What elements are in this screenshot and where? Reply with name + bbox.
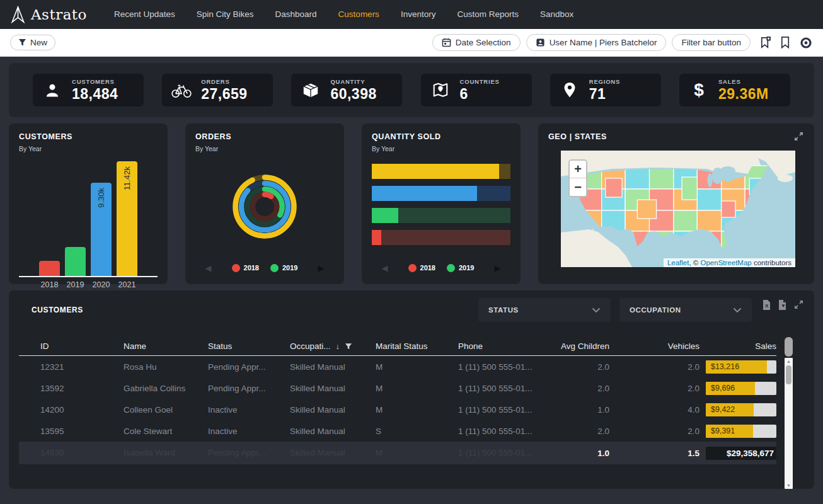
brand-name: Astrato (31, 6, 87, 23)
cell-occupation: Skilled Manual (290, 362, 376, 372)
nav-item-sandbox[interactable]: Sandbox (529, 0, 584, 29)
legend-prev-button[interactable]: ◀ (205, 264, 212, 272)
cell-marital: M (376, 362, 458, 372)
date-selection-button[interactable]: Date Selection (432, 34, 521, 51)
cell-avg-children: 2.0 (546, 427, 609, 436)
legend-dot (232, 264, 240, 272)
table-totals-row: 14930Isabella WardPending Appr...Skilled… (19, 442, 776, 464)
occupation-dropdown-label: OCCUPATION (630, 306, 681, 314)
column-header-marital-status[interactable]: Marital Status (376, 341, 458, 351)
legend-label: 2018 (420, 264, 435, 272)
hbar-2019[interactable] (372, 208, 510, 223)
ring-2021[interactable] (236, 177, 294, 236)
nav-item-custom-reports[interactable]: Custom Reports (446, 0, 529, 29)
brand-logo[interactable]: Astrato (10, 6, 87, 24)
nav-item-recent-updates[interactable]: Recent Updates (103, 0, 186, 29)
export-excel-icon[interactable]: X (762, 299, 771, 311)
scrollbar-cap[interactable] (785, 337, 793, 357)
table-row-14200[interactable]: 14200Colleen GoelInactiveSkilled ManualM… (19, 399, 776, 420)
bar-2019[interactable] (65, 247, 86, 276)
column-header-label: Vehicles (668, 341, 699, 351)
leaflet-link[interactable]: Leaflet (667, 259, 689, 266)
expand-icon[interactable] (793, 299, 804, 310)
us-states-choropleth (561, 151, 795, 267)
funnel-icon (18, 38, 26, 47)
kpi-label: ORDERS (201, 78, 247, 85)
legend-entry-2018[interactable]: 2018 (408, 264, 435, 272)
leaflet-map-canvas[interactable]: + − Leaflet, © OpenStreetMap contributor… (561, 151, 795, 267)
column-header-phone[interactable]: Phone (458, 341, 546, 351)
legend-entry-2019[interactable]: 2019 (447, 264, 474, 272)
zoom-in-button[interactable]: + (570, 161, 586, 178)
column-header-label: Marital Status (376, 341, 428, 351)
legend-next-button[interactable]: ▶ (494, 264, 500, 272)
map-zoom-control: + − (568, 159, 587, 197)
expand-icon[interactable] (793, 131, 804, 142)
bar-2020[interactable]: 9.30k (91, 183, 112, 276)
nav-item-spin-city-bikes[interactable]: Spin City Bikes (186, 0, 265, 29)
new-filter-button[interactable]: New (10, 35, 55, 50)
hbar-chart-plot (372, 164, 510, 260)
column-header-status[interactable]: Status (208, 341, 290, 351)
date-selection-label: Date Selection (456, 38, 511, 47)
column-header-occupati[interactable]: Occupati...↓ (290, 341, 376, 351)
nav-item-dashboard[interactable]: Dashboard (265, 0, 328, 29)
column-header-name[interactable]: Name (124, 341, 208, 351)
cell-vehicles: 4.0 (609, 405, 699, 415)
cell-status: Inactive (208, 427, 290, 436)
openstreetmap-link[interactable]: OpenStreetMap (701, 259, 752, 266)
sales-bar: $9,696 (706, 382, 776, 395)
zoom-out-button[interactable]: − (570, 178, 586, 196)
filter-bar-button[interactable]: Filter bar button (672, 34, 751, 51)
kpi-label: QUANTITY (330, 78, 376, 85)
top-navigation-bar: Astrato Recent UpdatesSpin City BikesDas… (0, 0, 823, 29)
legend-entry-2018[interactable]: 2018 (232, 264, 259, 272)
cell-id: 13595 (19, 427, 124, 436)
legend-label: 2018 (244, 264, 259, 272)
cell-occupation: Skilled Manual (290, 427, 376, 436)
hbar-2018[interactable] (372, 230, 510, 245)
geo-states-map-panel: GEO | STATES (538, 123, 814, 284)
visibility-eye-icon[interactable] (799, 37, 813, 49)
nav-item-inventory[interactable]: Inventory (390, 0, 447, 29)
cell-avg-children: 2.0 (546, 362, 609, 372)
radial-chart-plot[interactable] (195, 152, 334, 260)
table-row-12321[interactable]: 12321Rosa HuPending Appr...Skilled Manua… (19, 356, 776, 377)
column-header-label: Name (124, 341, 146, 351)
bookmark-add-icon[interactable] (759, 36, 771, 49)
export-document-icon[interactable]: ▼ (778, 299, 787, 311)
scrollbar-thumb[interactable] (786, 365, 791, 384)
bar-2018[interactable] (39, 261, 60, 276)
legend-next-button[interactable]: ▶ (318, 264, 324, 272)
scrollbar-track[interactable]: ▲ ▼ (785, 358, 793, 489)
kpi-value: 60,398 (330, 86, 376, 103)
legend-prev-button[interactable]: ◀ (382, 264, 388, 272)
column-header-avg-children[interactable]: Avg Children (546, 341, 609, 351)
occupation-filter-dropdown[interactable]: OCCUPATION (619, 298, 752, 322)
bar-chart-plot: 9.30k11.42k (19, 161, 158, 277)
hbar-2021[interactable] (372, 164, 510, 179)
legend-dot (270, 264, 279, 272)
sort-descending-icon[interactable]: ↓ (336, 341, 340, 351)
sales-bar: $9,391 (706, 425, 776, 438)
column-filter-icon[interactable] (345, 343, 352, 350)
bar-2021[interactable]: 11.42k (117, 161, 137, 276)
scroll-up-arrow[interactable]: ▲ (785, 359, 793, 364)
scroll-down-arrow[interactable]: ▼ (785, 483, 793, 488)
x-tick-2021: 2021 (117, 280, 137, 289)
user-name-button[interactable]: User Name | Piers Batchelor (526, 34, 667, 51)
table-row-13595[interactable]: 13595Cole StewartInactiveSkilled ManualS… (19, 420, 776, 442)
column-header-vehicles[interactable]: Vehicles (609, 341, 699, 351)
legend-entry-2019[interactable]: 2019 (270, 264, 297, 272)
x-tick-2018: 2018 (39, 280, 60, 289)
column-header-id[interactable]: ID (19, 341, 124, 351)
bookmark-icon[interactable] (780, 36, 790, 49)
status-filter-dropdown[interactable]: STATUS (478, 298, 611, 322)
cell-avg-children: 2.0 (546, 384, 609, 393)
nav-item-customers[interactable]: Customers (328, 0, 390, 29)
kpi-card-orders: ORDERS27,659 (162, 74, 273, 106)
column-header-sales[interactable]: Sales (699, 341, 776, 351)
kpi-panel: CUSTOMERS18,484ORDERS27,659QUANTITY60,39… (9, 63, 814, 117)
hbar-2020[interactable] (372, 186, 510, 201)
table-row-13592[interactable]: 13592Gabriella CollinsPending Appr...Ski… (19, 377, 776, 399)
